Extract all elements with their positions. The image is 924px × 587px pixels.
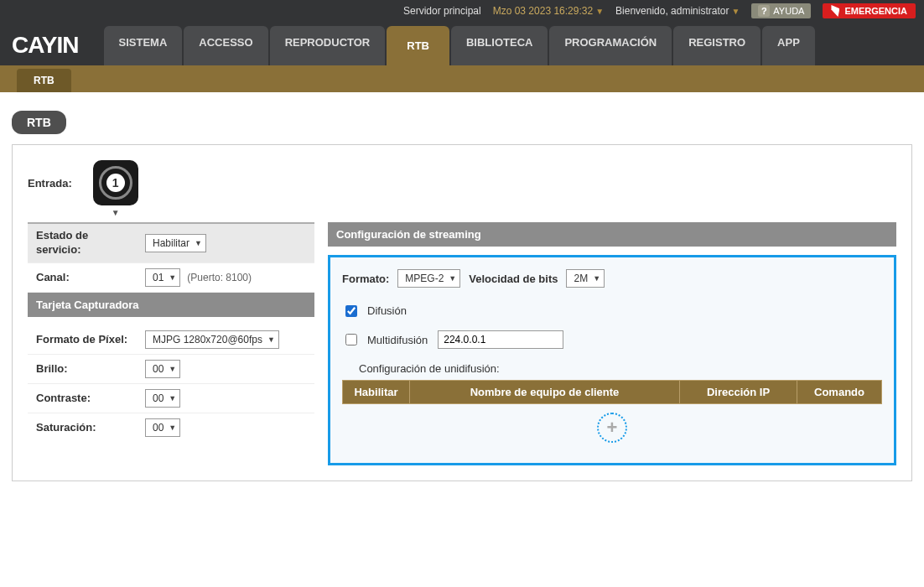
col-cmd: Comando (797, 381, 881, 403)
streaming-box: Formato: MPEG-2▼ Velocidad de bits 2M▼ D… (328, 255, 896, 465)
help-label: AYUDA (773, 6, 804, 16)
date-dropdown[interactable]: Mzo 03 2023 16:29:32▼ (493, 5, 604, 17)
format-label: Formato: (342, 273, 389, 285)
input-selector[interactable]: 1 (93, 160, 138, 205)
input-ring-icon: 1 (99, 166, 132, 200)
tab-registro[interactable]: REGISTRO (673, 26, 760, 65)
col-name: Nombre de equipo de cliente (410, 381, 680, 403)
subtab-rtb[interactable]: RTB (17, 69, 71, 92)
broadcast-checkbox[interactable] (345, 305, 357, 317)
entrada-row: Entrada: 1 (28, 160, 896, 205)
channel-label: Canal: (36, 271, 145, 283)
saturation-value: 00 (153, 422, 164, 434)
tab-rtb[interactable]: RTB (387, 26, 449, 65)
chevron-down-icon: ▼ (731, 7, 740, 16)
multicast-ip-input[interactable] (438, 330, 563, 349)
multicast-checkbox[interactable] (345, 334, 357, 345)
saturation-select[interactable]: 00▼ (145, 418, 180, 437)
contrast-value: 00 (153, 392, 164, 404)
navbar: CAYIN SISTEMA ACCESSO REPRODUCTOR RTB BI… (0, 22, 924, 65)
chevron-down-icon: ▼ (595, 7, 604, 16)
chevron-down-icon: ▼ (169, 423, 176, 432)
format-select[interactable]: MPEG-2▼ (397, 269, 460, 288)
format-value: MPEG-2 (405, 273, 444, 284)
bitrate-label: Velocidad de bits (469, 273, 558, 285)
brightness-select[interactable]: 00▼ (145, 360, 180, 378)
main-tabs: SISTEMA ACCESSO REPRODUCTOR RTB BIBLIOTE… (104, 26, 815, 65)
logo: CAYIN (12, 32, 79, 59)
service-state-label: Estado deservicio: (36, 229, 145, 257)
welcome-label: Bienvenido, administrator (615, 5, 729, 17)
tab-biblioteca[interactable]: BIBLIOTECA (451, 26, 548, 65)
service-state-select[interactable]: Habilitar▼ (145, 234, 206, 252)
chevron-down-icon: ▼ (593, 274, 600, 283)
pixel-format-value: MJPG 1280x720@60fps (153, 334, 262, 345)
channel-select[interactable]: 01▼ (145, 268, 180, 287)
bitrate-value: 2M (574, 273, 588, 284)
broadcast-label: Difusión (367, 304, 407, 317)
emergency-label: EMERGENCIA (844, 6, 907, 16)
pixel-format-label: Formato de Píxel: (36, 333, 145, 345)
page-title: RTB (12, 111, 66, 134)
tab-sistema[interactable]: SISTEMA (104, 26, 183, 65)
chevron-down-icon: ▼ (267, 335, 275, 344)
brightness-label: Brillo: (36, 362, 145, 375)
bitrate-select[interactable]: 2M▼ (566, 269, 605, 288)
service-state-value: Habilitar (153, 237, 189, 249)
date-value: Mzo 03 2023 16:29:32 (493, 5, 593, 17)
unicast-table-head: Habilitar Nombre de equipo de cliente Di… (342, 380, 882, 404)
help-button[interactable]: ?AYUDA (751, 3, 811, 18)
tab-app[interactable]: APP (762, 26, 815, 65)
brightness-value: 00 (153, 363, 164, 375)
col-enable: Habilitar (343, 381, 410, 403)
chevron-down-icon: ▼ (169, 365, 176, 373)
topbar: Servidor principal Mzo 03 2023 16:29:32▼… (0, 0, 924, 22)
pixel-format-select[interactable]: MJPG 1280x720@60fps▼ (145, 330, 279, 349)
input-number: 1 (106, 174, 125, 192)
unicast-table: Habilitar Nombre de equipo de cliente Di… (342, 380, 882, 451)
tab-programacion[interactable]: PROGRAMACIÓN (549, 26, 672, 65)
emergency-button[interactable]: EMERGENCIA (823, 3, 916, 18)
contrast-select[interactable]: 00▼ (145, 389, 180, 408)
capture-card-head: Tarjeta Capturadora (28, 293, 314, 317)
col-ip: Dirección IP (680, 381, 797, 403)
port-note: (Puerto: 8100) (187, 272, 252, 283)
server-label: Servidor principal (403, 5, 481, 17)
unicast-label: Configuración de unidifusión: (359, 362, 882, 375)
saturation-label: Saturación: (36, 421, 145, 434)
streaming-head: Configuración de streaming (328, 222, 896, 247)
left-column: Estado deservicio: Habilitar▼ Canal: 01▼… (28, 222, 314, 442)
chevron-down-icon: ▼ (169, 394, 176, 403)
tab-accesso[interactable]: ACCESSO (184, 26, 267, 65)
chevron-down-icon: ▼ (449, 274, 456, 283)
right-column: Configuración de streaming Formato: MPEG… (328, 222, 896, 465)
chevron-down-icon: ▼ (195, 239, 202, 247)
question-icon: ? (758, 5, 770, 17)
entrada-label: Entrada: (28, 177, 72, 190)
chevron-down-icon: ▼ (169, 273, 176, 282)
contrast-label: Contraste: (36, 392, 145, 404)
tab-reproductor[interactable]: REPRODUCTOR (270, 26, 386, 65)
main-panel: Entrada: 1 Estado deservicio: Habilitar▼… (12, 144, 912, 481)
user-dropdown[interactable]: Bienvenido, administrator▼ (615, 5, 740, 17)
add-unicast-button[interactable]: + (597, 413, 627, 443)
subnav: RTB (0, 65, 924, 92)
channel-value: 01 (153, 272, 164, 283)
multicast-label: Multidifusión (367, 334, 428, 346)
